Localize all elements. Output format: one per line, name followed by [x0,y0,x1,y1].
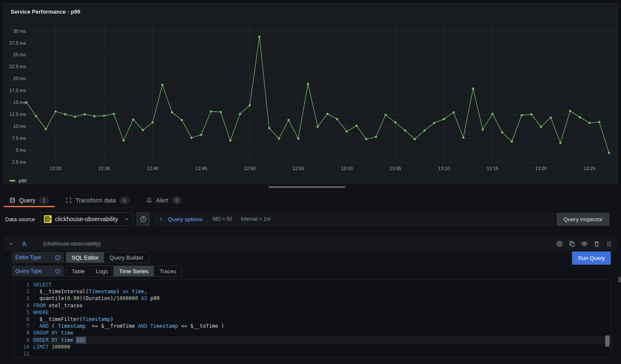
code-line-7[interactable]: 7 AND ( Timestamp >= $__fromTime AND Tim… [15,323,605,329]
run-query-button[interactable]: Run Query [572,251,611,265]
timeseries-panel: Service Performance - p99 30 ms27.5 ms25… [3,3,618,184]
tab-label: Alert [156,197,168,204]
series-point [336,118,338,120]
svg-text:5 ms: 5 ms [16,147,26,153]
svg-text:27.5 ms: 27.5 ms [9,40,26,46]
series-point [355,124,358,127]
query-ref-id[interactable]: A [22,240,26,247]
series-point [74,116,76,118]
line-number: 6 [15,316,29,323]
line-content: AND ( Timestamp >= $__fromTime AND Times… [33,323,224,329]
interval-value: Interval = 1m [241,216,271,222]
series-point [404,130,406,132]
duplicate-icon[interactable] [569,240,575,247]
datasource-picker[interactable]: clickhouse-observability [40,212,133,226]
panel-title[interactable]: Service Performance - p99 [11,9,80,15]
series-point [375,136,377,138]
svg-text:13:10: 13:10 [438,166,450,171]
line-number: 2 [15,288,29,295]
series-point [220,111,222,113]
code-line-3[interactable]: 3 quantile(0.99)(Duration)/1000000 AS p9… [15,295,605,302]
query-type-group: Table Logs Time Series Traces [66,266,182,277]
question-circle-icon [140,216,147,222]
legend-series-label[interactable]: p99 [19,178,26,183]
svg-text:12.5 ms: 12.5 ms [9,112,26,117]
series-point [55,110,57,113]
code-line-11[interactable]: 11 [15,350,605,357]
editor-type-query-builder[interactable]: Query Builder [104,252,149,263]
series-point [152,121,154,124]
editor-type-sql-editor[interactable]: SQL Editor [66,252,104,263]
series-point [307,83,309,85]
tab-query[interactable]: Query 1 [3,193,55,207]
series-point [501,131,503,133]
series-point [569,110,571,112]
svg-text:17.5 ms: 17.5 ms [9,88,26,93]
query-inspector-button[interactable]: Query inspector [557,213,609,226]
query-type-logs[interactable]: Logs [90,266,113,276]
timeseries-chart[interactable]: 30 ms27.5 ms25 ms22.5 ms20 ms17.5 ms15 m… [4,4,618,184]
line-content: $__timeFilter(Timestamp) [33,316,113,323]
svg-text:12:35: 12:35 [98,166,110,171]
remove-icon[interactable] [593,240,600,247]
pane-splitter-handle[interactable] [269,186,345,188]
series-point [608,152,610,154]
disable-query-icon[interactable] [556,240,563,247]
collapse-chevron-icon[interactable] [9,241,14,246]
page-scrollbar-thumb[interactable] [618,277,621,283]
sql-editor-content: 1SELECT2 $__timeInterval(Timestamp) as t… [15,281,605,357]
svg-text:10 ms: 10 ms [13,124,26,129]
series-point [540,126,542,128]
drag-icon[interactable] [606,240,612,247]
svg-text:12:40: 12:40 [147,166,159,171]
code-line-8[interactable]: 8GROUP BY time [15,329,605,336]
line-number: 5 [15,309,29,316]
code-line-5[interactable]: 5WHERE [15,309,605,316]
line-content: $__timeInterval(Timestamp) as time, [33,288,147,295]
editor-type-label: Editor Type [12,252,64,263]
sql-code-editor[interactable]: 1SELECT2 $__timeInterval(Timestamp) as t… [14,280,611,357]
query-type-time-series[interactable]: Time Series [113,266,154,276]
series-point [346,130,348,133]
code-line-9[interactable]: 9ORDER BY time ASC [15,337,605,344]
series-point [598,121,600,123]
query-options-toggle[interactable]: Query options [168,216,202,222]
database-icon [9,197,15,203]
query-type-label-text: Query Type [15,268,42,274]
series-point [550,116,552,118]
series-point [414,138,416,140]
line-number: 11 [15,350,29,357]
series-point [103,115,105,117]
query-type-traces[interactable]: Traces [154,266,182,276]
tab-count-badge: 1 [39,196,49,204]
svg-text:2.5 ms: 2.5 ms [12,159,26,165]
series-point [443,118,445,120]
line-content: FROM otel_traces [33,302,83,309]
info-circle-icon[interactable] [55,255,61,260]
svg-text:12:30: 12:30 [50,166,62,171]
editor-type-group: SQL Editor Query Builder [66,252,150,263]
series-point [288,119,290,121]
info-circle-icon[interactable] [55,269,61,274]
tab-alert[interactable]: Alert 0 [140,193,188,207]
datasource-help-button[interactable] [136,212,150,226]
code-line-2[interactable]: 2 $__timeInterval(Timestamp) as time, [15,288,605,295]
code-line-6[interactable]: 6 $__timeFilter(Timestamp) [15,316,605,323]
editor-scrollbar-thumb[interactable] [605,335,609,347]
tab-count-badge: 0 [120,196,129,204]
code-line-10[interactable]: 10LIMIT 100000 [15,344,605,350]
series-point [394,121,396,124]
tab-transform-data[interactable]: Transform data 0 [60,193,135,207]
series-point [248,104,251,106]
svg-text:22.5 ms: 22.5 ms [9,64,26,69]
query-type-label: Query Type [12,266,64,277]
code-line-1[interactable]: 1SELECT [15,281,605,288]
tab-label: Transform data [75,197,116,204]
line-number: 9 [15,337,29,344]
query-type-table[interactable]: Table [66,266,90,276]
series-line [26,37,609,153]
code-line-4[interactable]: 4FROM otel_traces [15,302,605,309]
hide-response-icon[interactable] [581,240,588,247]
chevron-right-icon[interactable] [159,217,164,222]
series-point [268,127,270,129]
